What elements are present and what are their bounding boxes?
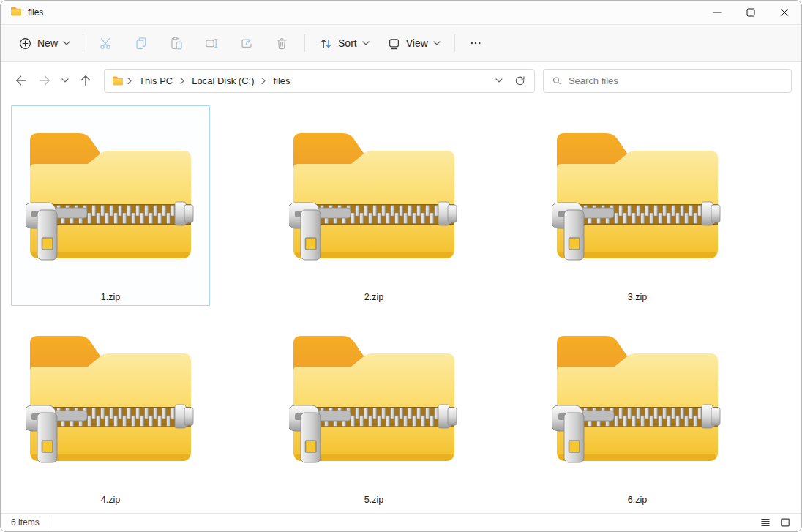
see-more-icon (469, 37, 482, 50)
search-box[interactable] (543, 69, 792, 93)
zipped-folder-icon (26, 128, 195, 267)
paste-icon (169, 36, 184, 50)
file-label: 1.zip (101, 292, 120, 302)
breadcrumb-chevron-icon[interactable] (125, 77, 134, 85)
copy-icon (134, 36, 149, 50)
zipped-folder-icon (552, 128, 722, 267)
file-item[interactable]: 3.zip (538, 105, 737, 306)
paste-button[interactable] (162, 31, 191, 56)
file-label: 6.zip (628, 495, 647, 505)
toolbar-divider (304, 34, 305, 52)
maximize-button[interactable] (734, 1, 768, 24)
close-button[interactable] (768, 1, 801, 24)
sort-icon (319, 37, 333, 50)
chevron-down-icon (63, 41, 70, 46)
window-controls (700, 1, 801, 24)
rename-icon (204, 36, 219, 50)
window-title: files (28, 7, 43, 18)
zipped-folder-app-icon (10, 5, 22, 20)
breadcrumb-chevron-icon[interactable] (178, 77, 187, 85)
new-button-label: New (37, 37, 58, 49)
breadcrumb-files[interactable]: files (268, 73, 295, 89)
details-view-icon (760, 517, 771, 528)
breadcrumb-chevron-icon[interactable] (259, 77, 268, 85)
forward-icon (37, 73, 52, 88)
new-button[interactable]: New (11, 31, 78, 56)
minimize-button[interactable] (700, 1, 734, 24)
view-icon (387, 37, 401, 50)
zipped-folder-icon (289, 128, 459, 267)
refresh-icon (514, 75, 526, 87)
address-dropdown-icon (495, 78, 503, 83)
chevron-down-icon (433, 41, 441, 46)
back-icon (14, 73, 29, 88)
share-button[interactable] (232, 31, 261, 56)
address-row: This PC Local Disk (C:) files (1, 62, 801, 99)
up-icon (78, 73, 93, 88)
see-more-button[interactable] (463, 31, 488, 56)
back-button[interactable] (10, 70, 32, 91)
rename-button[interactable] (197, 31, 226, 56)
sort-button[interactable]: Sort (312, 31, 376, 56)
minimize-icon (711, 7, 723, 18)
recent-locations-icon (61, 78, 69, 83)
refresh-button[interactable] (509, 70, 530, 91)
file-item[interactable]: 1.zip (11, 105, 210, 306)
view-button[interactable]: View (381, 31, 447, 56)
statusbar: 6 items (1, 513, 801, 531)
details-view-button[interactable] (757, 515, 774, 530)
zipped-folder-icon (26, 331, 195, 470)
file-item[interactable]: 6.zip (538, 308, 737, 509)
zipped-folder-icon (552, 331, 722, 470)
up-button[interactable] (75, 70, 97, 91)
view-button-label: View (406, 37, 428, 49)
breadcrumb-this-pc[interactable]: This PC (134, 73, 178, 89)
command-bar: New (1, 24, 801, 62)
new-plus-icon (18, 37, 32, 50)
chevron-down-icon (362, 41, 370, 46)
titlebar: files (1, 1, 801, 24)
share-icon (239, 36, 254, 50)
copy-button[interactable] (127, 31, 156, 56)
statusbar-divider (50, 517, 50, 528)
file-item[interactable]: 2.zip (274, 105, 473, 306)
forward-button[interactable] (34, 70, 56, 91)
file-label: 3.zip (628, 292, 647, 302)
delete-icon (274, 36, 289, 50)
file-item[interactable]: 4.zip (11, 308, 210, 509)
sort-button-label: Sort (338, 37, 357, 49)
cut-button[interactable] (91, 31, 121, 56)
recent-locations-button[interactable] (57, 70, 73, 91)
address-folder-icon (109, 75, 125, 86)
breadcrumb-local-disk-c[interactable]: Local Disk (C:) (187, 73, 259, 89)
titlebar-title-group: files (1, 5, 700, 20)
search-icon (552, 75, 562, 86)
address-bar[interactable]: This PC Local Disk (C:) files (104, 69, 535, 93)
large-icons-view-icon (779, 517, 791, 528)
file-label: 2.zip (364, 292, 383, 302)
file-label: 4.zip (101, 495, 120, 505)
delete-button[interactable] (267, 31, 296, 56)
maximize-icon (745, 7, 757, 18)
file-label: 5.zip (364, 495, 383, 505)
toolbar-divider (454, 34, 455, 52)
toolbar-divider (83, 34, 83, 52)
file-explorer-window: files New (0, 0, 802, 532)
cut-icon (99, 36, 113, 50)
zipped-folder-icon (289, 331, 459, 470)
search-input[interactable] (569, 75, 783, 86)
items-count: 6 items (11, 517, 50, 528)
close-icon (779, 7, 790, 18)
file-item[interactable]: 5.zip (274, 308, 473, 509)
file-grid: 1.zip 2.zip 3.zip 4.zip 5.zip 6.zip (1, 99, 801, 513)
address-dropdown-button[interactable] (489, 70, 509, 91)
large-icons-view-button[interactable] (776, 515, 794, 530)
